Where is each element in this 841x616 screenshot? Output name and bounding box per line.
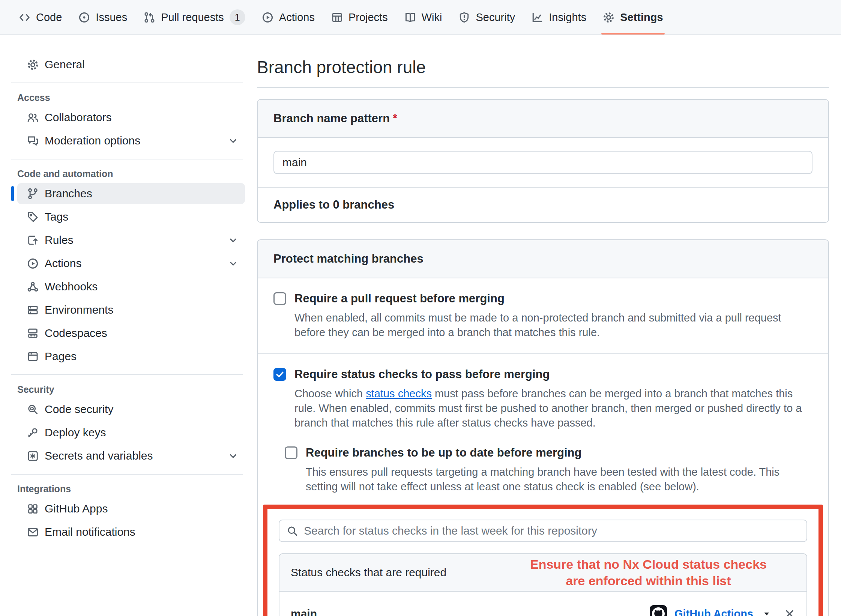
github-actions-avatar	[650, 605, 667, 616]
require-pr-row: Require a pull request before merging Wh…	[258, 278, 828, 354]
applies-to-branches-text: Applies to 0 branches	[258, 187, 828, 222]
tab-label: Settings	[620, 11, 663, 24]
require-up-to-date-description: This ensures pull requests targeting a m…	[306, 465, 812, 494]
sidebar-item-collaborators[interactable]: Collaborators	[17, 107, 245, 128]
status-check-row-main: main GitHub Actions	[279, 592, 806, 616]
sidebar-item-codespaces[interactable]: Codespaces	[17, 323, 245, 344]
sidebar-divider	[11, 159, 243, 159]
sidebar-item-environments[interactable]: Environments	[17, 299, 245, 320]
people-icon	[27, 112, 39, 123]
require-status-checks-checkbox[interactable]	[273, 368, 286, 381]
comment-discussion-icon	[27, 135, 39, 147]
sidebar-item-tags[interactable]: Tags	[17, 206, 245, 227]
sidebar-item-actions[interactable]: Actions	[17, 253, 245, 274]
browser-icon	[27, 351, 39, 362]
sidebar-item-general[interactable]: General	[17, 54, 245, 75]
tab-projects[interactable]: Projects	[323, 0, 396, 35]
status-checks-list-header: Status checks that are required Ensure t…	[279, 554, 806, 592]
sidebar-header-access: Access	[17, 92, 245, 103]
require-up-to-date-row: Require branches to be up to date before…	[285, 445, 812, 494]
tag-icon	[27, 211, 39, 223]
status-check-name: main	[291, 607, 317, 616]
graph-icon	[532, 12, 543, 23]
sidebar-item-branches[interactable]: Branches	[17, 183, 245, 204]
require-pr-label: Require a pull request before merging	[294, 291, 505, 306]
git-branch-icon	[27, 188, 39, 200]
issue-icon	[78, 12, 90, 23]
code-icon	[19, 12, 30, 23]
status-checks-link[interactable]: status checks	[366, 388, 432, 400]
tab-label: Issues	[96, 11, 127, 24]
tab-security[interactable]: Security	[450, 0, 523, 35]
sidebar-item-email-notifications[interactable]: Email notifications	[17, 521, 245, 542]
protect-matching-branches-card: Protect matching branches Require a pull…	[257, 239, 829, 616]
codespaces-icon	[27, 328, 39, 339]
caret-down-icon[interactable]	[761, 609, 773, 616]
sidebar-item-code-security[interactable]: Code security	[17, 399, 245, 420]
protect-matching-branches-header: Protect matching branches	[258, 240, 828, 278]
sidebar-item-rules[interactable]: Rules	[17, 230, 245, 251]
tab-label: Insights	[549, 11, 586, 24]
github-actions-link[interactable]: GitHub Actions	[674, 608, 753, 616]
require-pr-description: When enabled, all commits must be made t…	[294, 311, 812, 340]
play-icon	[27, 258, 39, 269]
sidebar-header-security: Security	[17, 384, 245, 395]
sidebar-item-deploy-keys[interactable]: Deploy keys	[17, 422, 245, 443]
code-scan-icon	[27, 404, 39, 415]
chevron-down-icon	[228, 451, 238, 461]
mail-icon	[27, 526, 39, 538]
tab-insights[interactable]: Insights	[523, 0, 595, 35]
chevron-down-icon	[228, 136, 238, 146]
settings-sidebar: General Access Collaborators Moderation …	[0, 35, 257, 545]
sidebar-item-github-apps[interactable]: GitHub Apps	[17, 498, 245, 519]
require-status-checks-row: Require status checks to pass before mer…	[258, 354, 828, 616]
required-status-checks-list: Status checks that are required Ensure t…	[279, 553, 807, 616]
sidebar-item-webhooks[interactable]: Webhooks	[17, 276, 245, 297]
require-pr-checkbox[interactable]	[273, 292, 286, 305]
tab-settings[interactable]: Settings	[595, 0, 671, 35]
annotation-text: Ensure that no Nx Cloud status checks ar…	[501, 556, 796, 589]
require-status-checks-label: Require status checks to pass before mer…	[294, 367, 550, 382]
remove-status-check-button[interactable]	[784, 608, 795, 616]
key-icon	[27, 427, 39, 439]
sidebar-item-moderation-options[interactable]: Moderation options	[17, 130, 245, 151]
tab-code[interactable]: Code	[11, 0, 70, 35]
chevron-down-icon	[228, 258, 238, 269]
sidebar-item-secrets-variables[interactable]: Secrets and variables	[17, 445, 245, 466]
asterisk-icon	[27, 450, 39, 462]
annotation-highlight-box: Search for status checks in the last wee…	[263, 505, 823, 616]
sidebar-divider	[11, 374, 243, 375]
server-icon	[27, 304, 39, 316]
branch-name-pattern-input[interactable]	[273, 151, 812, 174]
tab-label: Projects	[348, 11, 388, 24]
require-up-to-date-label: Require branches to be up to date before…	[306, 445, 582, 460]
branch-name-pattern-card: Branch name pattern* Applies to 0 branch…	[257, 99, 829, 223]
chevron-down-icon	[228, 235, 238, 245]
pull-requests-count-badge: 1	[230, 9, 245, 25]
title-divider	[257, 87, 829, 88]
tab-label: Wiki	[422, 11, 442, 24]
sidebar-header-integrations: Integrations	[17, 484, 245, 494]
tab-label: Security	[476, 11, 515, 24]
repo-nav: Code Issues Pull requests 1 Actions Proj…	[0, 0, 841, 35]
sidebar-header-code-automation: Code and automation	[17, 168, 245, 179]
tab-actions[interactable]: Actions	[254, 0, 323, 35]
tab-wiki[interactable]: Wiki	[396, 0, 451, 35]
shield-icon	[458, 12, 470, 23]
gear-icon	[603, 12, 614, 23]
require-up-to-date-checkbox[interactable]	[285, 446, 297, 459]
tab-label: Code	[36, 11, 62, 24]
sidebar-item-pages[interactable]: Pages	[17, 346, 245, 367]
sidebar-divider	[11, 474, 243, 475]
page-title: Branch protection rule	[257, 57, 829, 77]
status-checks-search-input[interactable]: Search for status checks in the last wee…	[279, 520, 807, 542]
branch-name-pattern-header: Branch name pattern*	[258, 100, 828, 138]
tab-issues[interactable]: Issues	[70, 0, 135, 35]
play-icon	[262, 12, 273, 23]
search-icon	[287, 526, 298, 536]
tab-pull-requests[interactable]: Pull requests 1	[135, 0, 254, 35]
sidebar-divider	[11, 83, 243, 83]
pull-request-icon	[144, 12, 155, 23]
book-icon	[404, 12, 416, 23]
required-asterisk: *	[393, 112, 397, 125]
